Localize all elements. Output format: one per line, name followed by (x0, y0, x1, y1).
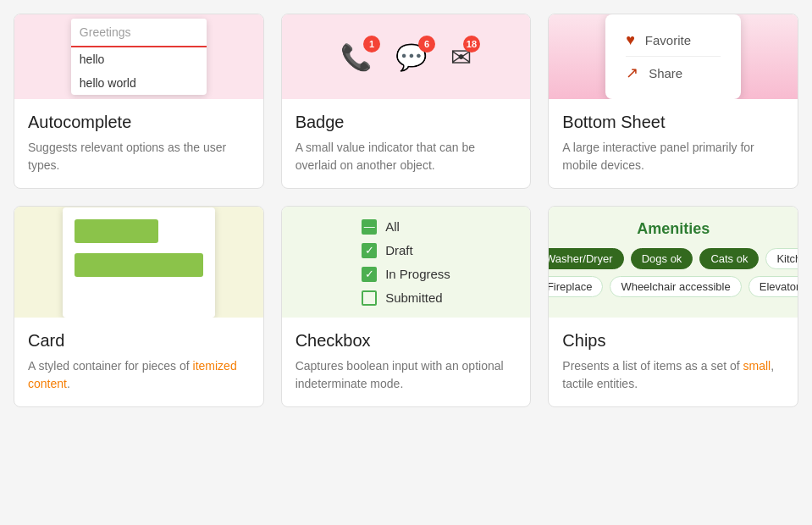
badge-body: Badge A small value indicator that can b… (282, 99, 531, 188)
card-card-title: Card (28, 331, 250, 351)
mock-card-bar-full (75, 253, 203, 277)
bottom-sheet-panel: ♥ Favorite ↗ Share (605, 14, 741, 99)
chips-heading: Amenities (637, 220, 710, 238)
chip-wheelchair-accessible[interactable]: Wheelchair accessible (610, 276, 741, 297)
autocomplete-desc: Suggests relevant options as the user ty… (28, 139, 250, 174)
chip-washer-dryer[interactable]: Washer/Dryer (549, 248, 623, 269)
checkbox-all-box[interactable]: — (362, 219, 377, 235)
checkbox-body: Checkbox Captures boolean input with an … (282, 318, 531, 406)
chips-desc-plain: Presents a list of items as a set of (562, 359, 743, 373)
autocomplete-widget: hello hello world (71, 19, 207, 95)
card-body-card: Card A styled container for pieces of it… (14, 318, 263, 406)
checkbox-inprogress-label: In Progress (385, 267, 450, 281)
favorite-label: Favorite (645, 33, 691, 47)
badge-title: Badge (296, 113, 517, 132)
card-card-preview (14, 207, 263, 318)
chip-fireplace[interactable]: Fireplace (549, 276, 603, 297)
checkbox-item-inprogress[interactable]: ✓ In Progress (362, 267, 450, 282)
chip-kitch[interactable]: Kitch (765, 248, 798, 269)
card-chips: Amenities Washer/Dryer Dogs ok Cats ok K… (548, 206, 798, 407)
chip-dogs-ok[interactable]: Dogs ok (631, 248, 693, 269)
card-badge: 📞 1 💬 6 ✉ 18 Badge A small value indicat… (281, 14, 532, 189)
share-label: Share (649, 66, 682, 80)
checkbox-title: Checkbox (296, 331, 517, 351)
checkbox-submitted-box[interactable] (362, 290, 377, 306)
card-autocomplete: hello hello world Autocomplete Suggests … (14, 14, 264, 189)
card-desc-suffix: . (67, 377, 70, 390)
autocomplete-option-hello-world[interactable]: hello world (71, 71, 207, 95)
bottom-sheet-favorite[interactable]: ♥ Favorite (626, 25, 721, 56)
checkbox-draft-check: ✓ (365, 245, 374, 256)
checkbox-draft-label: Draft (385, 243, 413, 257)
chips-preview: Amenities Washer/Dryer Dogs ok Cats ok K… (549, 207, 798, 318)
component-grid: hello hello world Autocomplete Suggests … (14, 14, 798, 407)
chips-title-label: Chips (562, 331, 784, 351)
checkbox-list: — All ✓ Draft ✓ In Progress (362, 219, 450, 306)
checkbox-item-submitted[interactable]: Submitted (362, 290, 450, 306)
chips-row-2: Fireplace Wheelchair accessible Elevator (549, 276, 798, 297)
autocomplete-input[interactable] (71, 19, 207, 47)
bottom-sheet-preview: ♥ Favorite ↗ Share (549, 14, 798, 99)
badge-chat: 💬 6 (395, 42, 427, 72)
checkbox-draft-box[interactable]: ✓ (362, 243, 377, 258)
card-bottom-sheet: ♥ Favorite ↗ Share Bottom Sheet A large … (548, 14, 798, 189)
badge-count-6: 6 (418, 36, 435, 52)
checkbox-preview: — All ✓ Draft ✓ In Progress (282, 207, 531, 318)
autocomplete-body: Autocomplete Suggests relevant options a… (14, 99, 263, 188)
badge-count-18: 18 (463, 36, 480, 52)
bottom-sheet-title: Bottom Sheet (562, 113, 784, 132)
chips-row-1: Washer/Dryer Dogs ok Cats ok Kitch (549, 248, 798, 269)
card-desc-plain: A styled container for pieces of (28, 359, 193, 373)
badge-desc: A small value indicator that can be over… (296, 139, 517, 174)
chip-cats-ok[interactable]: Cats ok (699, 248, 759, 269)
mock-card-bar-short (75, 219, 158, 243)
autocomplete-preview: hello hello world (14, 14, 263, 99)
bottom-sheet-desc: A large interactive panel primarily for … (562, 139, 784, 174)
checkbox-all-label: All (385, 219, 400, 234)
bottom-sheet-body: Bottom Sheet A large interactive panel p… (549, 99, 798, 188)
chips-body: Chips Presents a list of items as a set … (549, 318, 798, 406)
autocomplete-option-hello[interactable]: hello (71, 47, 207, 71)
card-card-desc: A styled container for pieces of itemize… (28, 357, 250, 393)
checkbox-inprogress-box[interactable]: ✓ (362, 267, 377, 282)
checkbox-item-draft[interactable]: ✓ Draft (362, 243, 450, 258)
share-icon: ↗ (626, 64, 638, 82)
bottom-sheet-share[interactable]: ↗ Share (626, 57, 721, 89)
heart-icon: ♥ (626, 31, 635, 49)
card-checkbox: — All ✓ Draft ✓ In Progress (281, 206, 532, 407)
checkbox-submitted-label: Submitted (385, 290, 443, 305)
badge-count-1: 1 (363, 36, 380, 52)
mock-card (63, 207, 215, 318)
checkbox-desc: Captures boolean input with an optional … (296, 357, 517, 393)
badge-phone: 📞 1 (340, 42, 372, 72)
badge-mail: ✉ 18 (450, 42, 472, 72)
chips-desc-link: small (743, 359, 771, 373)
card-card: Card A styled container for pieces of it… (14, 206, 264, 407)
autocomplete-title: Autocomplete (28, 113, 250, 132)
chips-desc: Presents a list of items as a set of sma… (562, 357, 784, 393)
checkbox-item-all[interactable]: — All (362, 219, 450, 235)
chip-elevator[interactable]: Elevator (748, 276, 798, 297)
checkbox-all-check: — (364, 221, 375, 232)
badge-preview: 📞 1 💬 6 ✉ 18 (282, 14, 531, 99)
checkbox-inprogress-check: ✓ (365, 268, 374, 279)
